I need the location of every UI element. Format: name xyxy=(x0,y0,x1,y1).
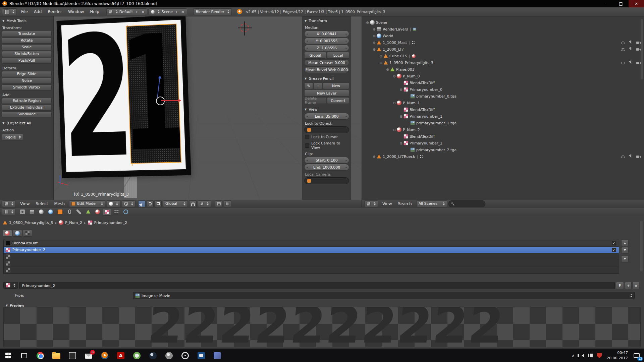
outliner-row-primarynumber-2[interactable]: ⊖Primarynumber_2 xyxy=(362,140,644,146)
pivot-point-select[interactable] xyxy=(122,200,136,207)
outliner-menu-view[interactable]: View xyxy=(379,201,395,206)
editor-type-menu[interactable] xyxy=(2,8,17,15)
expander-icon[interactable]: ⊖ xyxy=(365,21,370,24)
action-select[interactable]: Toggle xyxy=(2,134,23,140)
outliner-row-blendatexdiff[interactable]: BlendATexDiff xyxy=(362,79,644,86)
fake-user-button[interactable]: F xyxy=(616,282,624,289)
outliner-row-plane-003[interactable]: ⊖Plane.003 xyxy=(362,66,644,73)
manipulator-center[interactable] xyxy=(156,97,165,105)
view-panel-header[interactable]: ▼ View xyxy=(302,106,351,113)
median-z-field[interactable]: Z: 1.68556 xyxy=(304,45,349,51)
menu-file[interactable]: File xyxy=(18,9,31,14)
outliner-row-primarynumber-2-tga[interactable]: primarynumber_2.tga xyxy=(362,146,644,153)
snap-toggle-button[interactable] xyxy=(189,200,197,207)
manipulator-x-axis[interactable] xyxy=(161,100,180,101)
taskbar-settings-button[interactable] xyxy=(177,349,193,362)
tool-subdivide-button[interactable]: Subdivide xyxy=(2,111,52,117)
expander-icon[interactable]: ⊖ xyxy=(392,128,397,132)
clip-start-field[interactable]: Start: 0.100 xyxy=(304,157,349,164)
expander-icon[interactable]: ⊕ xyxy=(378,54,383,58)
taskbar-teamspeak-button[interactable] xyxy=(193,349,209,362)
outliner-row-blendatexdiff[interactable]: BlendATexDiff xyxy=(362,133,644,140)
selectable-pointer-icon[interactable] xyxy=(628,47,633,52)
grease-new-button[interactable]: New xyxy=(323,82,349,89)
texture-slot-primarynumber-2[interactable]: Primarynumber_2✓ xyxy=(4,247,619,253)
taskbar-gimp-button[interactable] xyxy=(161,349,177,362)
snap-element-select[interactable] xyxy=(198,200,211,207)
selectable-pointer-icon[interactable] xyxy=(628,154,633,159)
breadcrumb-item-p-num-2[interactable]: P_Num_2 xyxy=(59,220,82,225)
network-icon[interactable] xyxy=(586,349,595,362)
slot-enable-checkbox[interactable]: ✓ xyxy=(612,241,616,245)
viewport-editor-type-menu[interactable] xyxy=(2,200,16,207)
local-camera-field[interactable] xyxy=(304,177,349,184)
expander-icon[interactable]: ⊕ xyxy=(372,27,377,31)
taskbar-start-button[interactable] xyxy=(0,349,16,362)
slot-specials-menu-button[interactable] xyxy=(621,256,629,262)
mean-crease-field[interactable]: Mean Crease: 0.000 xyxy=(304,59,349,66)
outliner-row-1-2000-lf7rueck[interactable]: ⊕1_2000_Lf7Rueck| xyxy=(362,153,644,160)
lock-camera-row[interactable]: Lock Camera to View xyxy=(302,140,351,150)
slot-enable-checkbox[interactable]: ✓ xyxy=(612,248,616,252)
menu-add[interactable]: Add xyxy=(31,9,45,14)
expander-icon[interactable]: ⊖ xyxy=(372,48,377,51)
taskbar-maps-button[interactable] xyxy=(129,349,145,362)
local-button[interactable]: Local xyxy=(327,52,349,59)
outliner-row-blendatexdiff[interactable]: BlendATexDiff xyxy=(362,106,644,113)
expander-icon[interactable]: ⊖ xyxy=(398,115,404,118)
material-textures-tab[interactable] xyxy=(3,230,12,237)
texture-browse-button[interactable] xyxy=(3,282,18,289)
outliner-editor-type-menu[interactable] xyxy=(364,200,378,207)
renderable-camera-icon[interactable] xyxy=(636,60,641,65)
translate-manipulator-button[interactable] xyxy=(138,200,146,207)
properties-tab-render[interactable] xyxy=(18,208,27,216)
breadcrumb-item-primarynumber-2[interactable]: Primarynumber_2 xyxy=(88,220,127,225)
visibility-eye-icon[interactable] xyxy=(621,154,625,159)
viewport-shading-select[interactable] xyxy=(107,200,120,207)
outliner-row-p-num-2[interactable]: ⊖P_Num_2 xyxy=(362,126,644,133)
expander-icon[interactable]: ⊕ xyxy=(372,155,377,159)
lock-to-cursor-checkbox[interactable] xyxy=(305,135,309,139)
new-texture-button[interactable]: + xyxy=(625,282,632,289)
remove-layout-icon[interactable]: × xyxy=(141,10,145,14)
outliner-row-primarynumber-0[interactable]: ⊖Primarynumber_0 xyxy=(362,86,644,93)
tool-edge-slide-button[interactable]: Edge Slide xyxy=(2,71,52,77)
properties-tab-world[interactable] xyxy=(46,208,55,216)
tool-extrude-region-button[interactable]: Extrude Region xyxy=(2,98,52,104)
mesh-tools-panel-header[interactable]: ▼ Mesh Tools xyxy=(0,17,53,24)
properties-tab-material[interactable] xyxy=(93,208,102,216)
properties-tab-render-layers[interactable] xyxy=(28,208,36,216)
viewport-menu-view[interactable]: View xyxy=(17,201,33,206)
texture-slot-empty[interactable] xyxy=(4,253,619,260)
breadcrumb-item-1-0500-primarydigits-3[interactable]: 1_0500_Primarydigits_3 xyxy=(3,220,53,225)
outliner-row-1-0500-primarydigits-3[interactable]: ⊖1_0500_Primarydigits_3 xyxy=(362,59,644,66)
tool-scale-button[interactable]: Scale xyxy=(2,44,52,50)
add-layout-icon[interactable]: + xyxy=(135,10,139,14)
viewport-menu-mesh[interactable]: Mesh xyxy=(51,201,68,206)
renderable-camera-icon[interactable] xyxy=(636,40,641,45)
outliner-row-1-2000-lf7[interactable]: ⊖1_2000_Lf7 xyxy=(362,46,644,53)
outliner-row-1-1000-mast[interactable]: ⊕1_1000_Mast| xyxy=(362,39,644,46)
expander-icon[interactable]: ⊖ xyxy=(392,101,397,105)
taskbar-mail-button[interactable]: 8 xyxy=(80,349,97,362)
taskbar-discord-button[interactable] xyxy=(209,349,225,362)
expander-icon[interactable]: ⊕ xyxy=(372,34,377,38)
number-board-object[interactable]: 2 1 xyxy=(56,16,191,178)
render-opengl-button[interactable] xyxy=(215,200,222,207)
other-textures-tab[interactable] xyxy=(23,230,32,237)
convert-button[interactable]: Convert xyxy=(327,97,349,104)
properties-tab-texture[interactable] xyxy=(103,208,111,216)
outliner-row-cube-015[interactable]: ⊕Cube.015| xyxy=(362,53,644,59)
visibility-eye-icon[interactable] xyxy=(621,47,625,52)
taskbar-store-button[interactable] xyxy=(64,349,80,362)
minimize-button[interactable]: – xyxy=(598,0,613,7)
outliner-search-input[interactable] xyxy=(448,200,485,207)
outliner-row-primarynumber-0-tga[interactable]: primarynumber_0.tga xyxy=(362,93,644,100)
properties-tab-constraints[interactable] xyxy=(65,208,74,216)
outliner-row-renderlayers[interactable]: ⊕RenderLayers| xyxy=(362,26,644,33)
grease-add-button[interactable]: + xyxy=(314,82,322,89)
taskbar-chrome-button[interactable] xyxy=(32,349,48,362)
tool-extrude-individual-button[interactable]: Extrude Individual xyxy=(2,105,52,111)
transform-orientation-select[interactable]: Global xyxy=(163,200,188,207)
add-scene-icon[interactable]: + xyxy=(174,10,179,14)
